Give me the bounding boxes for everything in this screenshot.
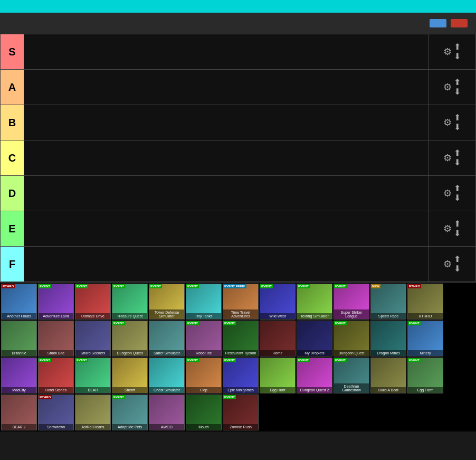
game-thumbnail[interactable]: EVENTHotel Stories — [38, 358, 74, 393]
tier-content-f[interactable] — [24, 247, 428, 281]
game-thumbnail[interactable]: EVENTTexting Simulator — [297, 284, 332, 320]
game-thumbnail[interactable]: EVENTTiny Tanks — [186, 284, 222, 320]
game-thumbnail[interactable]: Shark Bite — [38, 321, 74, 356]
game-thumbnail[interactable]: Shard Seekers — [75, 321, 111, 356]
move-down-icon[interactable]: ⬇ — [454, 88, 461, 96]
game-name: My Droplets — [297, 350, 332, 356]
game-thumbnail[interactable]: Ghost Simulator — [149, 358, 185, 393]
tier-controls-c: ⚙⬆⬇ — [428, 140, 475, 175]
tier-controls-s: ⚙⬆⬇ — [428, 34, 475, 69]
game-thumbnail[interactable]: Mouth — [186, 395, 222, 430]
game-thumbnail[interactable]: EVENTTreasure Quest — [112, 284, 148, 320]
game-badge: EVENT — [75, 284, 88, 288]
game-thumbnail[interactable]: Home — [260, 321, 296, 356]
game-name: Build A Boat — [371, 387, 406, 393]
game-thumbnail[interactable]: EVENTTower Defense Simulator — [149, 284, 185, 320]
move-down-icon[interactable]: ⬇ — [454, 158, 461, 167]
game-thumbnail[interactable]: EVENTMinery — [407, 321, 443, 356]
tier-controls-b: ⚙⬆⬇ — [428, 105, 475, 140]
game-badge: NEW — [371, 284, 380, 288]
game-thumbnail[interactable]: Egg Hunt — [260, 358, 296, 393]
tier-controls-f: ⚙⬆⬇ — [428, 247, 475, 281]
tier-controls-a: ⚙⬆⬇ — [428, 70, 475, 105]
game-thumbnail[interactable]: My Droplets — [297, 321, 332, 356]
game-thumbnail[interactable]: Britannic — [1, 321, 37, 356]
game-badge: EVENT — [260, 284, 273, 288]
tier-content-c[interactable] — [24, 140, 428, 175]
game-name: Egg Hunt — [260, 387, 295, 393]
gear-icon[interactable]: ⚙ — [443, 117, 452, 128]
game-thumbnail[interactable]: EVENTZombie Rush — [223, 395, 259, 430]
game-thumbnail[interactable]: BEAR 2 — [1, 395, 37, 430]
game-name: Sheriff — [112, 387, 147, 393]
gear-icon[interactable]: ⚙ — [443, 223, 452, 234]
move-down-icon[interactable]: ⬇ — [454, 265, 461, 273]
tier-content-d[interactable] — [24, 176, 428, 211]
game-thumbnail[interactable]: EVENTAdventure Land — [38, 284, 74, 320]
game-name: Ghost Simulator — [149, 387, 184, 393]
gear-icon[interactable]: ⚙ — [443, 46, 452, 58]
move-up-icon[interactable]: ⬆ — [454, 149, 461, 157]
edit-template-button[interactable] — [430, 19, 446, 27]
game-thumbnail[interactable]: AstRal Hearts — [75, 395, 111, 430]
tier-content-a[interactable] — [24, 70, 428, 105]
move-down-icon[interactable]: ⬇ — [454, 123, 461, 132]
gear-icon[interactable]: ⚙ — [443, 187, 452, 199]
game-thumbnail[interactable]: EVENTEpic Minigames — [223, 358, 259, 393]
tier-content-s[interactable] — [24, 34, 428, 69]
game-thumbnail[interactable]: EVENT FREE!Time Travel Adventures — [223, 284, 259, 320]
game-thumbnail[interactable]: EVENTRestaurant Tycoon — [223, 321, 259, 356]
gear-icon[interactable]: ⚙ — [443, 258, 452, 270]
move-up-icon[interactable]: ⬆ — [454, 184, 461, 193]
game-name: Shard Seekers — [75, 350, 110, 356]
game-thumbnail[interactable]: RTHROSnowdown — [38, 395, 74, 430]
game-thumbnail[interactable]: EVENTDungeon Quest — [112, 321, 148, 356]
game-thumbnail[interactable]: RTHROAnother Floats — [1, 284, 37, 320]
game-name: Tower Defense Simulator — [149, 309, 184, 319]
remove-template-button[interactable] — [451, 19, 468, 27]
game-name: Robot Inc — [186, 350, 221, 356]
game-name: Adopt Me Pets — [112, 424, 147, 430]
tier-arrows: ⬆⬇ — [454, 43, 461, 61]
game-thumbnail[interactable]: AWOO — [149, 395, 185, 430]
game-badge: EVENT — [223, 321, 236, 325]
move-up-icon[interactable]: ⬆ — [454, 255, 461, 264]
game-thumbnail[interactable]: EVENTUltimate Drive — [75, 284, 111, 320]
game-thumbnail[interactable]: EVENTAdopt Me Pets — [112, 395, 148, 430]
game-thumbnail[interactable]: Saber Simulator — [149, 321, 185, 356]
move-down-icon[interactable]: ⬇ — [454, 229, 461, 238]
game-name: Another Floats — [2, 313, 36, 319]
game-thumbnail[interactable]: EVENTSuper Striker League — [334, 284, 369, 320]
tier-content-e[interactable] — [24, 211, 428, 246]
game-thumbnail[interactable]: Sheriff — [112, 358, 148, 393]
gear-icon[interactable]: ⚙ — [443, 81, 452, 93]
game-thumbnail[interactable]: EVENTDungeon Quest — [334, 321, 369, 356]
game-thumbnail[interactable]: EVENTDungeon Quest 2 — [297, 358, 332, 393]
game-badge: EVENT — [334, 284, 347, 288]
game-thumbnail[interactable]: MadCity — [1, 358, 37, 393]
game-thumbnail[interactable]: RTHRORTHRO — [407, 284, 443, 320]
move-down-icon[interactable]: ⬇ — [454, 52, 461, 61]
tier-row-c: C⚙⬆⬇ — [1, 140, 475, 176]
game-badge: EVENT — [223, 358, 236, 362]
game-thumbnail[interactable]: NEWSpeed Race — [370, 284, 406, 320]
game-thumbnail[interactable]: EVENTEgg Farm — [407, 358, 443, 393]
tier-content-b[interactable] — [24, 105, 428, 140]
game-badge: EVENT FREE! — [223, 284, 246, 288]
move-down-icon[interactable]: ⬇ — [454, 194, 461, 202]
game-thumbnail[interactable]: EVENTWild West — [260, 284, 296, 320]
game-thumbnail[interactable]: Build A Boat — [370, 358, 406, 393]
move-up-icon[interactable]: ⬆ — [454, 43, 461, 51]
game-name: Minery — [408, 350, 443, 356]
game-thumbnail[interactable]: EVENTBEAR — [75, 358, 111, 393]
game-thumbnail[interactable]: EVENTFlop — [186, 358, 222, 393]
game-name: Dragon Mines — [371, 350, 406, 356]
game-thumbnail[interactable]: Dragon Mines — [370, 321, 406, 356]
game-thumbnail[interactable]: EVENTDeathrun Gameshow — [334, 358, 369, 393]
game-name: Egg Farm — [408, 387, 443, 393]
move-up-icon[interactable]: ⬆ — [454, 114, 461, 122]
move-up-icon[interactable]: ⬆ — [454, 220, 461, 228]
move-up-icon[interactable]: ⬆ — [454, 78, 461, 87]
gear-icon[interactable]: ⚙ — [443, 152, 452, 164]
game-thumbnail[interactable]: EVENTRobot Inc — [186, 321, 222, 356]
